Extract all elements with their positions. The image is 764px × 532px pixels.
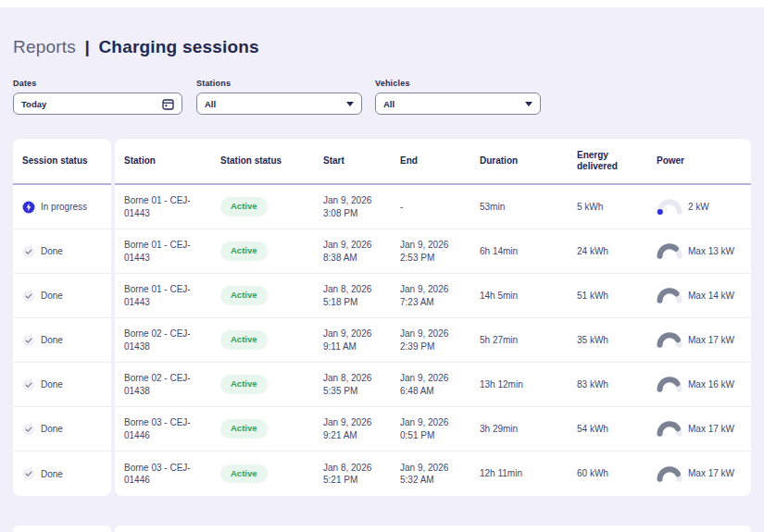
power-gauge-icon (657, 288, 683, 303)
done-check-icon (22, 245, 35, 258)
session-status-column-card: Session status In progress Done (13, 139, 111, 496)
table-row-session-status[interactable]: Done (13, 452, 111, 496)
in-progress-bolt-icon (22, 201, 35, 214)
stations-value: All (205, 99, 346, 109)
table-row[interactable]: Borne 03 - CEJ-01446 Active Jan 8, 2026 … (115, 452, 751, 496)
table-row[interactable]: Borne 01 - CEJ-01443 Active Jan 9, 2026 … (115, 185, 751, 229)
duration-cell: 13h 12min (480, 378, 577, 391)
end-cell: Jan 9, 2026 2:53 PM (400, 239, 480, 264)
done-check-icon (22, 423, 35, 436)
end-date: - (400, 201, 480, 214)
vehicles-select[interactable]: All (375, 93, 541, 115)
table-row[interactable]: Borne 02 - CEJ-01438 Active Jan 9, 2026 … (115, 318, 751, 363)
end-cell: Jan 9, 2026 2:39 PM (400, 328, 480, 353)
start-time: 5:18 PM (323, 296, 400, 309)
column-header-duration: Duration (480, 155, 577, 167)
duration-cell: 6h 14min (480, 245, 577, 258)
start-time: 3:08 PM (323, 207, 400, 220)
table-row-session-status[interactable]: Done (13, 363, 111, 407)
stations-filter: Stations All (196, 79, 362, 115)
session-status-label: In progress (41, 202, 87, 212)
status-badge: Active (220, 330, 268, 350)
end-cell: Jan 9, 2026 7:23 AM (400, 283, 480, 308)
duration-cell: 14h 5min (480, 290, 577, 303)
start-date: Jan 9, 2026 (323, 194, 400, 207)
end-time: 7:23 AM (400, 296, 480, 309)
end-cell: - (400, 201, 480, 214)
start-date: Jan 9, 2026 (323, 239, 400, 252)
end-date: Jan 9, 2026 (400, 372, 480, 385)
chevron-down-icon (346, 102, 354, 106)
status-badge: Active (220, 286, 268, 305)
table-body-left: In progress Done Done D (13, 185, 111, 496)
status-badge: Active (220, 197, 268, 217)
calendar-icon[interactable] (162, 98, 174, 110)
table-row[interactable]: Borne 01 - CEJ-01443 Active Jan 8, 2026 … (115, 274, 751, 318)
dates-input[interactable]: Today (13, 93, 182, 115)
status-badge: Active (220, 419, 268, 439)
power-label: Max 17 kW (688, 423, 734, 436)
column-header-end: End (400, 155, 480, 167)
table-header-right: Station Station status Start End Duratio… (115, 139, 751, 185)
table-header-left: Session status (13, 139, 111, 185)
power-label: Max 16 kW (688, 378, 734, 391)
end-cell: Jan 9, 2026 0:51 PM (400, 416, 480, 441)
end-date: Jan 9, 2026 (400, 239, 480, 252)
duration-cell: 53min (480, 201, 577, 214)
next-section-right-partial (115, 526, 751, 532)
start-time: 5:21 PM (323, 474, 400, 487)
power-cell: Max 13 kW (657, 243, 751, 259)
power-label: Max 14 kW (688, 290, 734, 303)
table-row-session-status[interactable]: Done (13, 318, 111, 363)
sessions-table: Session status In progress Done (13, 139, 751, 496)
start-cell: Jan 8, 2026 5:35 PM (323, 372, 400, 397)
start-date: Jan 8, 2026 (323, 372, 400, 385)
breadcrumb-reports: Reports (13, 37, 76, 56)
duration-cell: 12h 11min (480, 467, 577, 480)
end-cell: Jan 9, 2026 5:32 AM (400, 462, 480, 487)
station-status-cell: Active (220, 241, 323, 261)
done-check-icon (22, 334, 35, 347)
table-row-session-status[interactable]: Done (13, 229, 111, 274)
window-top-strip (0, 0, 764, 7)
table-row[interactable]: Borne 03 - CEJ-01446 Active Jan 9, 2026 … (115, 407, 751, 452)
station-cell: Borne 03 - CEJ-01446 (124, 462, 220, 487)
column-header-station-status: Station status (220, 155, 323, 167)
table-body-right: Borne 01 - CEJ-01443 Active Jan 9, 2026 … (115, 185, 751, 496)
energy-cell: 54 kWh (577, 423, 657, 436)
table-row-session-status[interactable]: Done (13, 407, 111, 452)
stations-select[interactable]: All (196, 93, 362, 115)
power-cell: Max 16 kW (657, 377, 751, 392)
column-header-energy: Energy delivered (577, 150, 657, 173)
done-check-icon (22, 378, 35, 391)
start-date: Jan 9, 2026 (323, 416, 400, 429)
start-time: 9:21 AM (323, 429, 400, 442)
station-status-cell: Active (220, 375, 323, 394)
table-row-session-status[interactable]: Done (13, 274, 111, 318)
table-row-session-status[interactable]: In progress (13, 185, 111, 229)
station-cell: Borne 03 - CEJ-01446 (124, 416, 220, 441)
session-status-label: Done (41, 246, 63, 256)
session-status-label: Done (41, 424, 63, 434)
table-row[interactable]: Borne 02 - CEJ-01438 Active Jan 8, 2026 … (115, 363, 751, 407)
energy-cell: 5 kWh (577, 201, 657, 214)
vehicles-label: Vehicles (375, 79, 541, 88)
sessions-columns-card: Station Station status Start End Duratio… (115, 139, 751, 496)
filters-bar: Dates Today Stations All Vehicles All (13, 79, 754, 120)
vehicles-filter: Vehicles All (375, 79, 541, 115)
start-time: 8:38 AM (323, 252, 400, 265)
chevron-down-icon (525, 102, 532, 106)
duration-cell: 3h 29min (480, 423, 577, 436)
station-status-cell: Active (220, 286, 323, 305)
end-date: Jan 9, 2026 (400, 283, 480, 296)
end-date: Jan 9, 2026 (400, 462, 480, 475)
done-check-icon (22, 467, 35, 480)
power-gauge-icon (657, 199, 683, 215)
energy-cell: 60 kWh (577, 467, 657, 480)
dates-label: Dates (13, 79, 182, 88)
energy-cell: 35 kWh (577, 334, 657, 347)
end-time: 2:39 PM (400, 340, 480, 353)
start-cell: Jan 9, 2026 8:38 AM (323, 239, 400, 264)
vehicles-value: All (383, 99, 525, 109)
table-row[interactable]: Borne 01 - CEJ-01443 Active Jan 9, 2026 … (115, 229, 751, 274)
